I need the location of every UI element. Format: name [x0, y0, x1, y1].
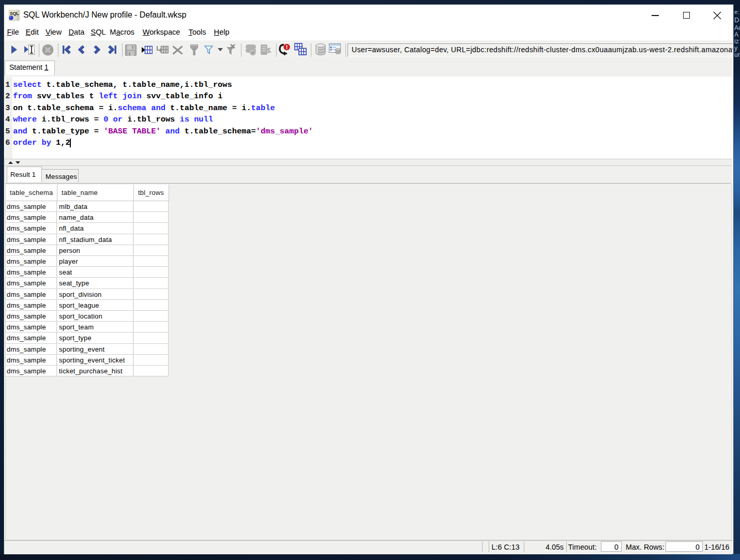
svg-text:SQL: SQL [10, 11, 19, 16]
